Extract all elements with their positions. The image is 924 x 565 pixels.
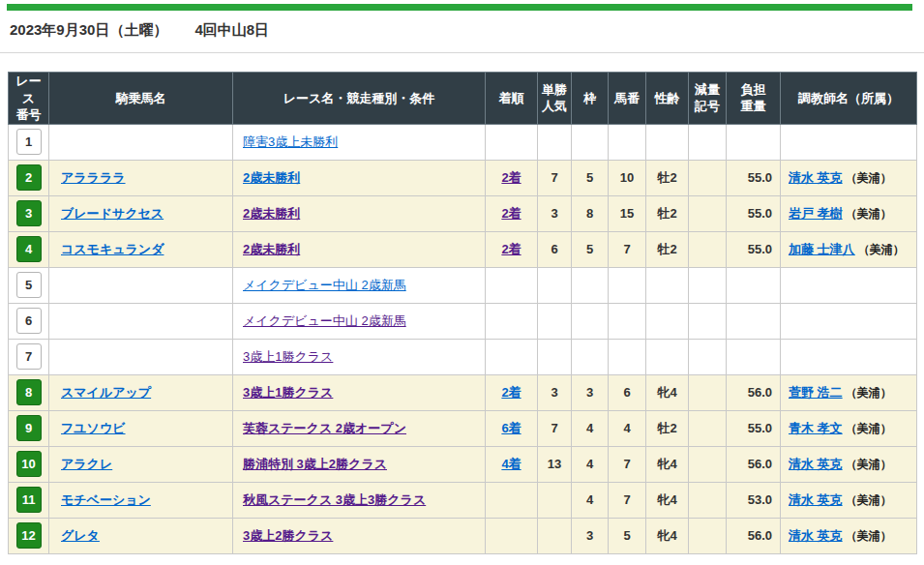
horse-link[interactable]: モチベーション <box>61 492 151 507</box>
finish-cell <box>486 124 538 160</box>
weight-reduction-cell <box>689 267 727 303</box>
race-link[interactable]: 3歳上1勝クラス <box>243 385 333 400</box>
table-row: 6 メイクデビュー中山 2歳新馬 <box>9 303 917 339</box>
race-name-cell: 2歳未勝利 <box>233 231 486 267</box>
frame-cell <box>572 124 609 160</box>
win-popularity-cell: 7 <box>538 160 572 195</box>
trainer-cell: 加藤 士津八（美浦） <box>781 231 917 267</box>
race-number-badge: 1 <box>16 129 42 155</box>
race-link[interactable]: 3歳上2勝クラス <box>243 528 333 543</box>
win-popularity-cell <box>538 267 572 303</box>
trainer-link[interactable]: 青木 孝文 <box>789 421 843 435</box>
frame-cell: 3 <box>572 374 609 410</box>
trainer-link[interactable]: 清水 英克 <box>789 457 843 471</box>
weight-reduction-cell <box>689 410 727 446</box>
col-header-frame: 枠 <box>572 73 609 125</box>
table-row: 12 グレタ 3歳上2勝クラス 3 5 牝4 56.0 清水 英克（美浦） <box>9 518 917 553</box>
race-link[interactable]: 芙蓉ステークス 2歳オープン <box>243 421 406 435</box>
race-name-cell: 3歳上1勝クラス <box>233 374 486 410</box>
finish-link[interactable]: 6着 <box>501 421 521 435</box>
weight-cell <box>727 267 781 303</box>
race-number-badge: 2 <box>16 164 42 191</box>
race-name-cell: 3歳上2勝クラス <box>233 518 486 553</box>
sex-age-cell <box>646 124 689 160</box>
trainer-affiliation: （美浦） <box>846 422 892 435</box>
win-popularity-cell <box>538 482 572 518</box>
finish-link[interactable]: 2着 <box>501 242 521 256</box>
horse-link[interactable]: アララララ <box>61 170 126 185</box>
trainer-link[interactable]: 清水 英克 <box>789 492 843 507</box>
trainer-link[interactable]: 萱野 浩二 <box>789 385 843 400</box>
race-name-cell: 2歳未勝利 <box>233 195 486 231</box>
frame-cell: 5 <box>572 231 609 267</box>
table-header-row: レース 番号 騎乗馬名 レース名・競走種別・条件 着順 単勝 人気 枠 馬番 性… <box>9 73 917 125</box>
trainer-cell: 清水 英克（美浦） <box>781 446 917 482</box>
race-link[interactable]: 2歳未勝利 <box>243 242 300 256</box>
weight-reduction-cell <box>689 231 727 267</box>
date-label: 2023年9月30日（土曜） <box>10 21 167 38</box>
horse-link[interactable]: スマイルアップ <box>61 385 151 400</box>
weight-reduction-cell <box>689 195 727 231</box>
trainer-affiliation: （美浦） <box>846 207 892 221</box>
race-number-cell: 3 <box>9 195 49 231</box>
trainer-link[interactable]: 清水 英克 <box>789 528 843 543</box>
race-link[interactable]: 勝浦特別 3歳上2勝クラス <box>243 457 387 471</box>
horse-number-cell <box>609 303 646 339</box>
race-number-badge: 10 <box>16 451 42 477</box>
page-title: 2023年9月30日（土曜）4回中山8日 <box>0 11 924 52</box>
horse-link[interactable]: コスモキュランダ <box>61 242 164 256</box>
frame-cell: 5 <box>572 160 609 195</box>
horse-name-cell <box>49 339 233 374</box>
trainer-cell: 岩戸 孝樹（美浦） <box>781 195 917 231</box>
horse-link[interactable]: フユソウビ <box>61 421 126 435</box>
race-link[interactable]: 秋風ステークス 3歳上3勝クラス <box>243 492 426 507</box>
race-link[interactable]: メイクデビュー中山 2歳新馬 <box>243 278 406 292</box>
race-link[interactable]: 3歳上1勝クラス <box>243 349 333 364</box>
finish-cell <box>486 482 538 518</box>
trainer-affiliation: （美浦） <box>846 386 892 400</box>
trainer-cell <box>781 124 917 160</box>
horse-link[interactable]: アラクレ <box>61 457 112 471</box>
race-number-cell: 9 <box>9 410 49 446</box>
race-link[interactable]: 2歳未勝利 <box>243 170 300 185</box>
finish-link[interactable]: 4着 <box>501 457 521 471</box>
win-popularity-cell: 13 <box>538 446 572 482</box>
weight-cell: 55.0 <box>727 160 781 195</box>
race-link[interactable]: 2歳未勝利 <box>243 206 300 221</box>
race-name-cell: 芙蓉ステークス 2歳オープン <box>233 410 486 446</box>
trainer-link[interactable]: 清水 英克 <box>789 170 843 185</box>
frame-cell: 4 <box>572 410 609 446</box>
weight-cell <box>727 303 781 339</box>
weight-cell: 55.0 <box>727 410 781 446</box>
horse-number-cell <box>609 267 646 303</box>
finish-link[interactable]: 2着 <box>501 206 521 221</box>
race-number-cell: 12 <box>9 518 49 553</box>
weight-reduction-cell <box>689 518 727 553</box>
race-number-cell: 11 <box>9 482 49 518</box>
trainer-link[interactable]: 岩戸 孝樹 <box>789 206 843 221</box>
race-number-badge: 6 <box>16 308 42 334</box>
finish-cell: 2着 <box>486 160 538 195</box>
page-header: 2023年9月30日（土曜）4回中山8日 <box>0 4 924 53</box>
weight-cell: 53.0 <box>727 482 781 518</box>
horse-link[interactable]: グレタ <box>61 528 100 543</box>
finish-link[interactable]: 2着 <box>501 385 521 400</box>
table-row: 8 スマイルアップ 3歳上1勝クラス 2着 3 3 6 牝4 56.0 萱野 浩… <box>9 374 917 410</box>
horse-name-cell: モチベーション <box>49 482 233 518</box>
weight-cell: 55.0 <box>727 195 781 231</box>
race-number-cell: 4 <box>9 231 49 267</box>
finish-cell <box>486 303 538 339</box>
race-link[interactable]: 障害3歳上未勝利 <box>243 134 338 149</box>
win-popularity-cell: 6 <box>538 231 572 267</box>
horse-link[interactable]: ブレードサクセス <box>61 206 164 221</box>
finish-cell: 6着 <box>486 410 538 446</box>
trainer-link[interactable]: 加藤 士津八 <box>789 242 855 256</box>
horse-number-cell: 15 <box>609 195 646 231</box>
weight-cell: 55.0 <box>727 231 781 267</box>
horse-number-cell: 7 <box>609 446 646 482</box>
win-popularity-cell <box>538 303 572 339</box>
race-link[interactable]: メイクデビュー中山 2歳新馬 <box>243 313 406 328</box>
sex-age-cell: 牡2 <box>646 410 689 446</box>
finish-link[interactable]: 2着 <box>501 170 521 185</box>
race-name-cell: 勝浦特別 3歳上2勝クラス <box>233 446 486 482</box>
